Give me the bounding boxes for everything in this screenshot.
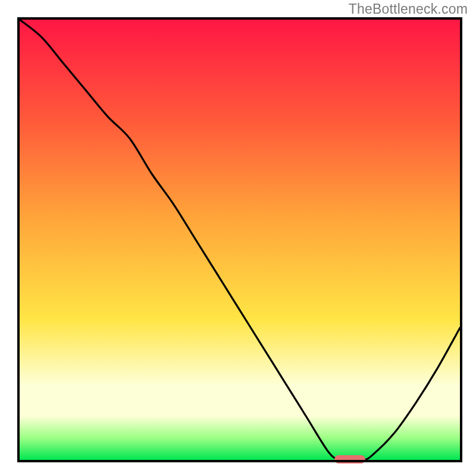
plot-background bbox=[20, 20, 460, 460]
chart-svg bbox=[0, 0, 476, 476]
chart-container: TheBottleneck.com bbox=[0, 0, 476, 476]
